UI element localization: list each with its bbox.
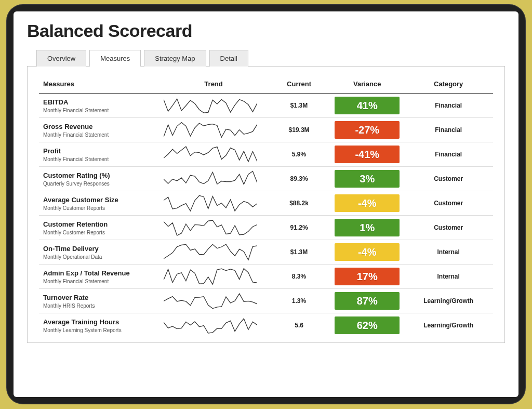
trend-cell: [159, 142, 268, 167]
measure-source: Quarterly Survey Responses: [43, 181, 155, 187]
category-value: Financial: [404, 94, 493, 118]
measure-source: Monthly Financial Statement: [43, 279, 155, 284]
device-frame: Balanced Scorecard OverviewMeasuresStrat…: [6, 4, 526, 404]
variance-pill: -41%: [335, 146, 400, 163]
measure-name: Average Training Hours: [43, 318, 155, 326]
measure-name: Gross Revenue: [43, 123, 155, 130]
measure-cell: Customer RetentionMonthly Customer Repor…: [39, 216, 159, 240]
sparkline-icon: [164, 121, 257, 139]
sparkline-icon: [164, 170, 257, 188]
variance-pill: -27%: [335, 121, 400, 139]
category-value: Internal: [404, 240, 493, 265]
measure-cell: Admin Exp / Total RevenueMonthly Financi…: [39, 265, 159, 289]
category-value: Internal: [404, 265, 493, 289]
variance-cell: 41%: [330, 94, 404, 118]
sparkline-icon: [164, 97, 257, 114]
measure-source: Monthly HRIS Reports: [43, 303, 155, 309]
current-value: $1.3M: [268, 94, 330, 118]
table-row[interactable]: EBITDAMonthly Financial Statement$1.3M41…: [39, 94, 493, 118]
trend-cell: [159, 313, 268, 338]
measure-name: Customer Retention: [43, 220, 155, 228]
measure-cell: Customer Rating (%)Quarterly Survey Resp…: [39, 167, 159, 191]
table-row[interactable]: Customer Rating (%)Quarterly Survey Resp…: [39, 167, 493, 191]
trend-cell: [159, 94, 268, 118]
variance-pill: -4%: [335, 194, 400, 212]
variance-cell: 62%: [330, 313, 404, 338]
measure-name: Admin Exp / Total Revenue: [43, 269, 155, 277]
col-header-category: Category: [404, 78, 493, 94]
tab-overview[interactable]: Overview: [36, 50, 86, 67]
measures-tbody: EBITDAMonthly Financial Statement$1.3M41…: [39, 94, 493, 338]
table-row[interactable]: Customer RetentionMonthly Customer Repor…: [39, 216, 493, 240]
tab-detail[interactable]: Detail: [209, 50, 248, 67]
trend-cell: [159, 265, 268, 289]
measure-source: Monthly Financial Statement: [43, 132, 155, 138]
trend-cell: [159, 240, 268, 265]
table-header-row: Measures Trend Current Variance Category: [39, 78, 493, 94]
measure-cell: On-Time DeliveryMonthly Operational Data: [39, 240, 159, 265]
category-value: Financial: [404, 142, 493, 167]
current-value: $88.2k: [268, 191, 330, 216]
category-value: Financial: [404, 118, 493, 142]
category-value: Customer: [404, 216, 493, 240]
trend-cell: [159, 167, 268, 191]
sparkline-icon: [164, 243, 257, 261]
current-value: $19.3M: [268, 118, 330, 142]
variance-pill: 3%: [335, 170, 400, 188]
measures-table: Measures Trend Current Variance Category…: [39, 78, 493, 337]
category-value: Customer: [404, 191, 493, 216]
current-value: 5.6: [268, 313, 330, 338]
category-value: Learning/Growth: [404, 313, 493, 338]
current-value: 8.3%: [268, 265, 330, 289]
measure-name: EBITDA: [43, 98, 155, 106]
tab-measures[interactable]: Measures: [89, 50, 141, 67]
table-row[interactable]: Admin Exp / Total RevenueMonthly Financi…: [39, 265, 493, 289]
sparkline-icon: [164, 146, 257, 163]
current-value: $1.3M: [268, 240, 330, 265]
measure-source: Monthly Operational Data: [43, 254, 155, 260]
measure-cell: Gross RevenueMonthly Financial Statement: [39, 118, 159, 142]
tab-row: OverviewMeasuresStrategy MapDetail: [36, 49, 505, 66]
category-value: Customer: [404, 167, 493, 191]
app-screen: Balanced Scorecard OverviewMeasuresStrat…: [14, 11, 518, 397]
table-row[interactable]: ProfitMonthly Financial Statement5.9%-41…: [39, 142, 493, 167]
measure-source: Monthly Learning System Reports: [43, 327, 155, 333]
sparkline-icon: [164, 194, 257, 212]
measure-source: Monthly Customer Reports: [43, 230, 155, 235]
variance-pill: -4%: [335, 243, 400, 261]
variance-pill: 87%: [335, 292, 400, 310]
table-row[interactable]: Average Training HoursMonthly Learning S…: [39, 313, 493, 338]
table-row[interactable]: Average Customer SizeMonthly Customer Re…: [39, 191, 493, 216]
measure-cell: EBITDAMonthly Financial Statement: [39, 94, 159, 118]
trend-cell: [159, 216, 268, 240]
category-value: Learning/Growth: [404, 289, 493, 313]
table-row[interactable]: Turnover RateMonthly HRIS Reports1.3%87%…: [39, 289, 493, 313]
measures-panel: Measures Trend Current Variance Category…: [27, 66, 505, 343]
table-row[interactable]: On-Time DeliveryMonthly Operational Data…: [39, 240, 493, 265]
measure-cell: ProfitMonthly Financial Statement: [39, 142, 159, 167]
sparkline-icon: [164, 292, 257, 310]
col-header-current: Current: [268, 78, 330, 94]
measure-name: Profit: [43, 147, 155, 155]
measure-cell: Average Training HoursMonthly Learning S…: [39, 313, 159, 338]
current-value: 91.2%: [268, 216, 330, 240]
variance-cell: 1%: [330, 216, 404, 240]
table-row[interactable]: Gross RevenueMonthly Financial Statement…: [39, 118, 493, 142]
col-header-variance: Variance: [330, 78, 404, 94]
trend-cell: [159, 289, 268, 313]
measure-source: Monthly Customer Reports: [43, 205, 155, 211]
variance-cell: 17%: [330, 265, 404, 289]
variance-cell: 3%: [330, 167, 404, 191]
measure-source: Monthly Financial Statement: [43, 156, 155, 162]
sparkline-icon: [164, 268, 257, 285]
sparkline-icon: [164, 219, 257, 236]
trend-cell: [159, 118, 268, 142]
variance-pill: 62%: [335, 316, 400, 334]
variance-cell: -4%: [330, 191, 404, 216]
measure-cell: Average Customer SizeMonthly Customer Re…: [39, 191, 159, 216]
variance-pill: 1%: [335, 219, 400, 236]
sparkline-icon: [164, 316, 257, 334]
page-title: Balanced Scorecard: [27, 21, 505, 41]
tab-strategy-map[interactable]: Strategy Map: [144, 50, 206, 67]
col-header-measures: Measures: [39, 78, 159, 94]
